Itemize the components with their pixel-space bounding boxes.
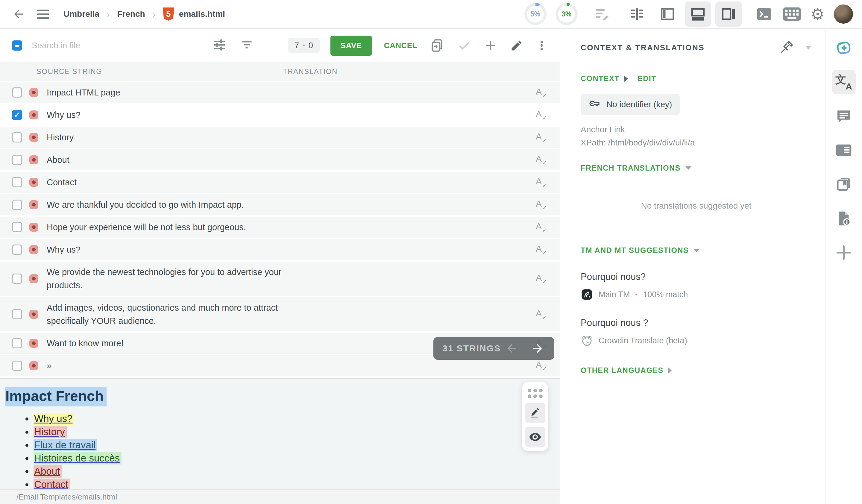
strings-list: Impact HTML page Why us? History xyxy=(0,82,560,376)
select-all-checkbox[interactable] xyxy=(12,40,22,51)
edit-context-link[interactable]: EDIT xyxy=(638,74,656,83)
spellcheck-icon[interactable] xyxy=(535,308,547,321)
keyboard-shortcuts-icon[interactable] xyxy=(782,6,801,22)
row-checkbox[interactable] xyxy=(12,155,22,165)
preview-eye-button[interactable] xyxy=(525,427,545,447)
spellcheck-icon[interactable] xyxy=(535,176,547,189)
search-input[interactable] xyxy=(32,41,199,50)
row-checkbox[interactable] xyxy=(12,110,22,120)
top-bar: Umbrella › French › emails.html 5% 3% xyxy=(0,0,862,29)
filter-icon[interactable] xyxy=(240,38,253,53)
preview-link[interactable]: Contact xyxy=(34,479,70,489)
terms-panel-icon[interactable] xyxy=(832,138,856,162)
breadcrumb-project[interactable]: Umbrella xyxy=(64,9,99,19)
cancel-button[interactable]: CANCEL xyxy=(384,41,417,50)
save-button[interactable]: SAVE xyxy=(330,36,372,56)
row-checkbox[interactable] xyxy=(12,274,22,284)
settings-gear-icon[interactable]: ⚙ xyxy=(811,6,825,22)
table-row[interactable]: Contact xyxy=(0,172,560,193)
row-checkbox[interactable] xyxy=(12,244,22,255)
table-row[interactable]: Why us? xyxy=(0,104,560,125)
table-row[interactable]: History xyxy=(0,127,560,148)
copy-source-icon[interactable] xyxy=(430,38,445,53)
spellcheck-icon[interactable] xyxy=(535,153,547,167)
strings-count-tooltip: 31 STRINGS xyxy=(433,337,554,360)
left-panel-view-icon[interactable] xyxy=(654,1,681,27)
spellcheck-icon[interactable] xyxy=(535,359,547,372)
user-avatar[interactable] xyxy=(834,4,853,24)
row-checkbox[interactable] xyxy=(12,338,22,348)
advanced-filter-icon[interactable] xyxy=(212,38,227,53)
row-checkbox[interactable] xyxy=(12,222,22,232)
preview-link[interactable]: Flux de travail xyxy=(34,439,97,451)
highlight-edit-button[interactable] xyxy=(525,403,545,423)
spellcheck-icon[interactable] xyxy=(535,243,547,256)
breadcrumb-file[interactable]: emails.html xyxy=(163,8,225,21)
table-row[interactable]: About xyxy=(0,149,560,170)
glossary-panel-icon[interactable] xyxy=(832,172,856,196)
french-translations-section-header[interactable]: FRENCH TRANSLATIONS xyxy=(581,164,812,172)
source-string-text: Add images, videos, questionaries and mu… xyxy=(47,301,289,328)
breadcrumb-language[interactable]: French xyxy=(117,9,145,19)
preview-link[interactable]: Histoires de succès xyxy=(34,452,121,464)
menu-icon[interactable] xyxy=(35,6,51,23)
source-string-text: Want to know more! xyxy=(47,337,123,350)
back-button[interactable] xyxy=(10,6,27,23)
bottom-panel-view-icon[interactable] xyxy=(685,1,711,27)
mt-source-label: Crowdin Translate (beta) xyxy=(599,336,687,345)
table-row[interactable]: Why us? xyxy=(0,239,560,260)
previous-page-icon[interactable] xyxy=(504,342,520,355)
tm-suggestion[interactable]: Pourquoi nous? Main TM • 100% match xyxy=(581,271,812,301)
collapse-panel-icon[interactable] xyxy=(805,46,812,50)
approve-icon[interactable] xyxy=(457,39,471,52)
context-tab[interactable]: CONTEXT xyxy=(581,74,619,83)
preview-list-item: About xyxy=(34,465,560,478)
drag-handle-icon[interactable] xyxy=(528,386,543,399)
untranslated-status-icon xyxy=(29,155,38,164)
edit-pencil-icon[interactable] xyxy=(510,39,523,52)
preview-link[interactable]: About xyxy=(34,465,62,478)
row-checkbox[interactable] xyxy=(12,361,22,371)
file-info-panel-icon[interactable] xyxy=(832,207,856,230)
spellcheck-icon[interactable] xyxy=(535,221,547,234)
spellcheck-icon[interactable] xyxy=(535,86,547,99)
spellcheck-icon[interactable] xyxy=(535,108,547,121)
table-row[interactable]: Impact HTML page xyxy=(0,82,560,103)
strings-toolbar: 7•0 SAVE CANCEL xyxy=(0,29,560,62)
other-languages-link[interactable]: OTHER LANGUAGES xyxy=(581,366,812,375)
preview-link[interactable]: Why us? xyxy=(34,413,74,425)
spellcheck-icon[interactable] xyxy=(535,131,547,144)
add-panel-icon[interactable] xyxy=(832,241,856,265)
table-row[interactable]: We provide the newest technologies for y… xyxy=(0,262,560,296)
mt-suggestion[interactable]: Pourquoi nous ? Crowdin Translate (beta) xyxy=(581,318,812,347)
side-by-side-view-icon[interactable] xyxy=(624,1,650,27)
row-checkbox[interactable] xyxy=(12,177,22,187)
row-checkbox[interactable] xyxy=(12,309,22,319)
identifier-pill: No identifier (key) xyxy=(581,94,680,115)
console-icon[interactable] xyxy=(755,6,773,23)
table-row[interactable]: We are thankful you decided to go with I… xyxy=(0,194,560,215)
row-checkbox[interactable] xyxy=(12,132,22,143)
key-icon xyxy=(588,98,600,110)
preview-link[interactable]: History xyxy=(34,426,67,438)
row-checkbox[interactable] xyxy=(12,88,22,97)
comments-panel-icon[interactable] xyxy=(832,104,856,128)
row-checkbox[interactable] xyxy=(12,200,22,210)
add-string-icon[interactable] xyxy=(484,39,497,52)
more-options-icon[interactable] xyxy=(536,39,548,52)
table-row[interactable]: Add images, videos, questionaries and mu… xyxy=(0,297,560,331)
approved-progress-ring[interactable]: 3% xyxy=(556,3,578,25)
source-string-text: We are thankful you decided to go with I… xyxy=(47,198,244,211)
spellcheck-icon[interactable] xyxy=(535,272,547,285)
translations-panel-icon[interactable]: 文A xyxy=(832,70,856,94)
unpin-icon[interactable] xyxy=(779,41,793,54)
draft-notes-icon[interactable] xyxy=(593,5,611,23)
context-expand-icon[interactable] xyxy=(624,76,628,82)
right-panel-view-icon[interactable] xyxy=(715,1,742,27)
tm-mt-suggestions-section-header[interactable]: TM AND MT SUGGESTIONS xyxy=(581,246,812,255)
ai-assistant-icon[interactable] xyxy=(832,36,856,60)
next-page-icon[interactable] xyxy=(530,342,545,355)
spellcheck-icon[interactable] xyxy=(535,198,547,211)
translated-progress-ring[interactable]: 5% xyxy=(524,3,547,25)
table-row[interactable]: Hope your experience will be not less bu… xyxy=(0,217,560,238)
